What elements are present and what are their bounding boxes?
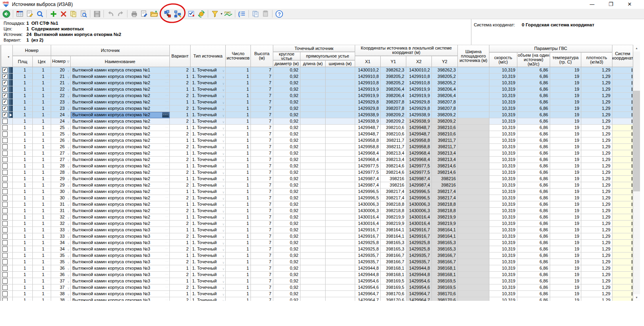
- cell-y2[interactable]: 398219,9: [432, 214, 458, 221]
- cell-plotnost[interactable]: 1,29: [581, 214, 612, 221]
- cell-shir-plosh[interactable]: [458, 157, 489, 163]
- table-row-35-1[interactable]: 1···1···35∨Вытяжной камин корпуса откорм…: [0, 252, 634, 259]
- cell-dlina[interactable]: [300, 182, 326, 189]
- cell-x1[interactable]: 1429996,5: [355, 195, 381, 201]
- cell-sist[interactable]: [612, 272, 633, 278]
- cell-temp[interactable]: 19: [550, 176, 581, 182]
- cell-name[interactable]: Вытяжной камин корпуса откорма №3···: [71, 291, 170, 297]
- cell-tip[interactable]: 1. Точечный∨: [191, 246, 226, 252]
- cell-y2[interactable]: 398210,6: [432, 125, 458, 131]
- cell-dlina[interactable]: [300, 291, 326, 297]
- cell-diametr[interactable]: 0,92: [273, 227, 300, 233]
- copy-page-button[interactable]: [250, 9, 260, 18]
- cell-temp[interactable]: 19: [550, 240, 581, 246]
- cell-nomer[interactable]: 33∨: [51, 233, 71, 240]
- cell-shir-plosh[interactable]: [458, 118, 489, 125]
- cell-tip[interactable]: 1. Точечный∨: [191, 284, 226, 291]
- cell-tseh[interactable]: 1···: [33, 112, 51, 118]
- cell-skorost[interactable]: 10,319: [489, 259, 517, 265]
- cell-x1[interactable]: 1429948,7: [355, 131, 381, 137]
- cell-x2[interactable]: 1429958,8: [406, 144, 432, 150]
- cell-temp[interactable]: 19: [550, 105, 581, 112]
- cell-vysota[interactable]: 7: [251, 176, 273, 182]
- cell-x2[interactable]: 1429996,5: [406, 189, 432, 195]
- cell-y1[interactable]: 398216: [381, 182, 406, 189]
- table-row-32-2[interactable]: 1···1···32∨Вытяжной камин корпуса откорм…: [0, 221, 634, 227]
- cell-plotnost[interactable]: 1,29: [581, 195, 612, 201]
- row-select-cell[interactable]: [1, 259, 13, 265]
- cell-shir-plosh[interactable]: [458, 163, 489, 169]
- cell-chislo[interactable]: 1: [226, 221, 251, 227]
- cell-x1[interactable]: 1429944,8: [355, 265, 381, 272]
- cell-y2[interactable]: 398214,6: [432, 163, 458, 169]
- cell-tip[interactable]: 1. Точечный∨: [191, 252, 226, 259]
- cell-chislo[interactable]: 1: [226, 189, 251, 195]
- cell-obyem[interactable]: 6,86: [517, 67, 550, 74]
- cell-plsh[interactable]: 1···: [13, 80, 33, 86]
- cell-y2[interactable]: 398205,2: [432, 80, 458, 86]
- col-header-temp[interactable]: температура (гр. С): [550, 52, 581, 67]
- cell-chislo[interactable]: 1: [226, 67, 251, 74]
- cell-shir-plosh[interactable]: [458, 246, 489, 252]
- col-header-x1[interactable]: X1: [355, 56, 381, 67]
- cell-tseh[interactable]: 1···: [33, 227, 51, 233]
- cell-skorost[interactable]: 10,319: [489, 272, 517, 278]
- row-select-cell[interactable]: [1, 291, 13, 297]
- cell-x1[interactable]: 1429938,9: [355, 118, 381, 125]
- col-header-x2[interactable]: X2: [406, 56, 432, 67]
- cell-name[interactable]: Вытяжной камин корпуса откорма №3···: [71, 252, 170, 259]
- cell-obyem[interactable]: 6,86: [517, 86, 550, 93]
- cell-skorost[interactable]: 10,319: [489, 67, 517, 74]
- col-header-variant[interactable]: Вариант: [170, 45, 191, 67]
- table-row-21-1[interactable]: ✓1···1···21∨Вытяжной камин корпуса откор…: [0, 74, 634, 80]
- cell-name[interactable]: Вытяжной камин корпуса откорма №2···: [71, 182, 170, 189]
- cell-shirina[interactable]: [326, 284, 355, 291]
- cell-tip[interactable]: 1. Точечный∨: [191, 99, 226, 105]
- open-folder-button[interactable]: [149, 9, 159, 18]
- cell-skorost[interactable]: 10,319: [489, 227, 517, 233]
- cell-plsh[interactable]: 1···: [13, 259, 33, 265]
- cell-plotnost[interactable]: 1,29: [581, 182, 612, 189]
- table-row-26-2[interactable]: 1···1···26∨Вытяжной камин корпуса откорм…: [0, 144, 634, 150]
- delete-button[interactable]: [58, 9, 68, 18]
- checkbox-unchecked[interactable]: [2, 227, 8, 233]
- cell-shirina[interactable]: [326, 227, 355, 233]
- cell-x2[interactable]: 1429948,7: [406, 125, 432, 131]
- cell-diametr[interactable]: 0,92: [273, 272, 300, 278]
- cell-skorost[interactable]: 10,319: [489, 284, 517, 291]
- header-select-all[interactable]: ▼: [1, 45, 13, 67]
- cell-tseh[interactable]: 1···: [33, 163, 51, 169]
- cell-x1[interactable]: 1430016,4: [355, 221, 381, 227]
- cell-sist[interactable]: [612, 112, 633, 118]
- cell-dlina[interactable]: [300, 278, 326, 284]
- cell-variant[interactable]: 2: [170, 67, 191, 74]
- cell-y2[interactable]: 398211,7: [432, 137, 458, 144]
- vertical-scrollbar[interactable]: ▲ ▼: [633, 45, 640, 301]
- restore-button[interactable]: ❐: [605, 0, 617, 9]
- table-row-31-1[interactable]: 1···1···31∨Вытяжной камин корпуса откорм…: [0, 201, 634, 208]
- cell-y1[interactable]: 398168,1: [381, 272, 406, 278]
- cell-shirina[interactable]: [326, 297, 355, 301]
- cell-diametr[interactable]: 0,92: [273, 150, 300, 157]
- table-row-20-2[interactable]: ✓1···1···20∨Вытяжной камин корпуса откор…: [0, 67, 634, 74]
- cell-x1[interactable]: 1429929,8: [355, 105, 381, 112]
- cell-plsh[interactable]: 1···: [13, 189, 33, 195]
- cell-obyem[interactable]: 6,86: [517, 189, 550, 195]
- cell-diametr[interactable]: 0,92: [273, 233, 300, 240]
- cell-nomer[interactable]: 25∨: [51, 131, 71, 137]
- cell-plsh[interactable]: 1···: [13, 67, 33, 74]
- cell-tseh[interactable]: 1···: [33, 157, 51, 163]
- cell-skorost[interactable]: 10,319: [489, 150, 517, 157]
- row-select-cell[interactable]: [1, 195, 13, 201]
- cell-dlina[interactable]: [300, 176, 326, 182]
- cell-x2[interactable]: 1430016,4: [406, 221, 432, 227]
- cell-obyem[interactable]: 6,86: [517, 182, 550, 189]
- cell-vysota[interactable]: 7: [251, 182, 273, 189]
- cell-sist[interactable]: [612, 214, 633, 221]
- cell-chislo[interactable]: 1: [226, 284, 251, 291]
- undo-button[interactable]: [105, 9, 115, 18]
- row-select-cell[interactable]: [1, 284, 13, 291]
- cell-tseh[interactable]: 1···: [33, 208, 51, 214]
- cell-chislo[interactable]: 1: [226, 195, 251, 201]
- table-row-28-1[interactable]: 1···1···28∨Вытяжной камин корпуса откорм…: [0, 163, 634, 169]
